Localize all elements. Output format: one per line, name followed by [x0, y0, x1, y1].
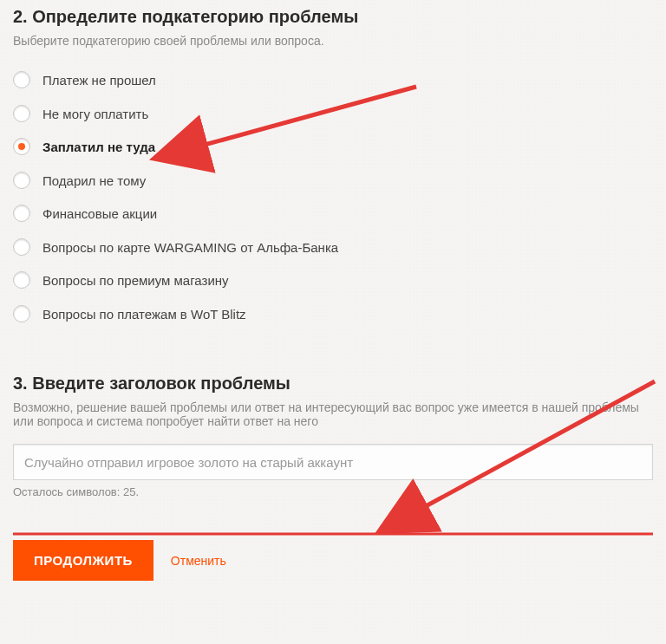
radio-label: Вопросы по платежам в WoT Blitz [42, 305, 246, 323]
subcategory-option-0[interactable]: Платеж не прошел [13, 63, 343, 97]
radio-icon [13, 238, 30, 256]
subcategory-option-7[interactable]: Вопросы по платежам в WoT Blitz [13, 297, 343, 331]
subcategory-option-2[interactable]: Заплатил не туда [13, 130, 343, 164]
radio-icon [13, 205, 30, 222]
step3-description: Возможно, решение вашей проблемы или отв… [13, 400, 653, 428]
subcategory-option-6[interactable]: Вопросы по премиум магазину [13, 263, 343, 297]
radio-icon [13, 138, 30, 155]
radio-icon [13, 172, 30, 189]
chars-remaining-label: Осталось символов: 25. [13, 485, 653, 498]
radio-label: Не могу оплатить [42, 105, 148, 123]
problem-title-input[interactable] [13, 444, 653, 480]
radio-label: Подарил не тому [42, 172, 146, 190]
radio-icon [13, 305, 30, 322]
subcategory-radio-group: Платеж не прошелНе могу оплатитьЗаплатил… [13, 63, 343, 330]
radio-icon [13, 271, 30, 289]
subcategory-option-4[interactable]: Финансовые акции [13, 197, 343, 231]
subcategory-option-5[interactable]: Вопросы по карте WARGAMING от Альфа-Банк… [13, 231, 343, 264]
subcategory-option-1[interactable]: Не могу оплатить [13, 97, 343, 131]
radio-label: Вопросы по карте WARGAMING от Альфа-Банк… [42, 238, 338, 257]
radio-label: Финансовые акции [42, 205, 157, 223]
radio-label: Вопросы по премиум магазину [42, 271, 229, 289]
subcategory-option-3[interactable]: Подарил не тому [13, 164, 343, 198]
cancel-link[interactable]: Отменить [171, 554, 226, 568]
step2-heading: 2. Определите подкатегорию проблемы [13, 7, 653, 27]
radio-icon [13, 105, 30, 122]
radio-icon [13, 71, 30, 88]
continue-button[interactable]: ПРОДОЛЖИТЬ [13, 540, 153, 581]
step2-description: Выберите подкатегорию своей проблемы или… [13, 34, 653, 48]
radio-label: Заплатил не туда [42, 138, 155, 156]
radio-label: Платеж не прошел [42, 71, 156, 89]
step3-heading: 3. Введите заголовок проблемы [13, 374, 653, 394]
